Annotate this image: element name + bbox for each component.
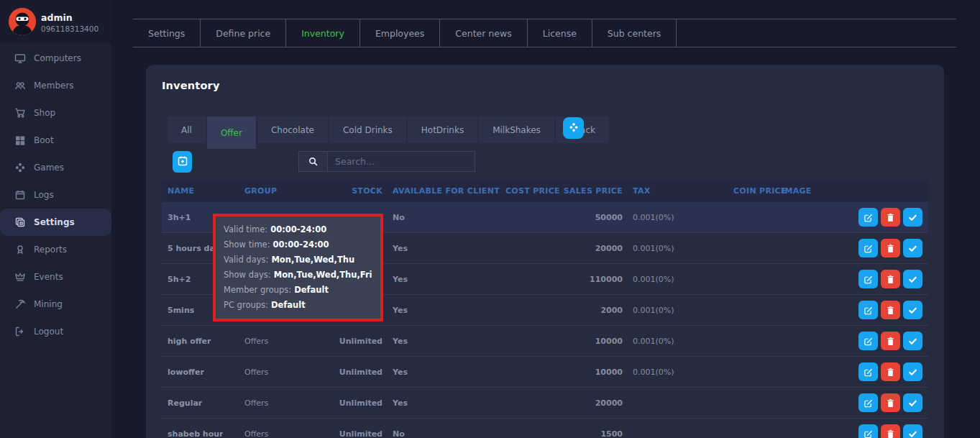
delete-button[interactable]: [881, 393, 900, 412]
cell-available: Yes: [393, 233, 408, 263]
approve-button[interactable]: [903, 301, 922, 319]
sidebar-item-label: Logout: [34, 327, 63, 337]
calendar-plus-icon: [177, 155, 188, 169]
settings-tab-bar: Settings Define price Inventory Employee…: [133, 19, 956, 47]
category-tab-bar: All Offer Chocolate Cold Drinks HotDrink…: [168, 117, 609, 149]
cell-name: 5mins: [168, 295, 194, 325]
cell-group: Offers: [244, 357, 268, 387]
category-tab-cold-drinks[interactable]: Cold Drinks: [329, 117, 406, 143]
approve-button[interactable]: [903, 362, 922, 381]
medal-icon: [14, 244, 26, 255]
sidebar-item-games[interactable]: Games: [0, 154, 111, 181]
approve-button[interactable]: [903, 208, 922, 227]
calendar-icon: [14, 189, 26, 201]
edit-button[interactable]: [858, 424, 878, 438]
cell-stock: Unlimited: [327, 419, 383, 438]
schedule-button[interactable]: [173, 151, 192, 173]
cell-stock: Unlimited: [327, 388, 383, 418]
tab-settings[interactable]: Settings: [133, 19, 201, 47]
sidebar-item-settings[interactable]: Settings: [0, 209, 111, 236]
edit-button[interactable]: [858, 332, 878, 350]
cell-sales-price: 10000: [550, 326, 623, 356]
delete-button[interactable]: [881, 301, 900, 319]
search-input[interactable]: [328, 152, 475, 171]
cell-tax: 0.001(0%): [633, 357, 674, 387]
sidebar-item-shop[interactable]: Shop: [0, 99, 111, 127]
cell-name: high offer: [168, 326, 211, 356]
delete-button[interactable]: [881, 208, 900, 227]
approve-button[interactable]: [903, 270, 922, 288]
edit-button[interactable]: [858, 208, 878, 227]
approve-button[interactable]: [903, 239, 922, 257]
category-tab-all[interactable]: All: [168, 117, 206, 143]
tab-center-news[interactable]: Center news: [440, 19, 527, 47]
category-tab-milkshakes[interactable]: MilkShakes: [479, 117, 554, 143]
delete-button[interactable]: [881, 362, 900, 381]
delete-button[interactable]: [881, 239, 900, 257]
tab-inventory[interactable]: Inventory: [286, 19, 360, 47]
edit-button[interactable]: [858, 239, 878, 257]
cell-group: Offers: [244, 326, 268, 356]
tooltip-show-time: Show time:00:00-24:00: [224, 237, 372, 252]
diamonds-icon: [568, 122, 580, 135]
sidebar-item-reports[interactable]: Reports: [0, 236, 111, 263]
edit-button[interactable]: [858, 270, 878, 288]
table-row[interactable]: lowoffer Offers Unlimited Yes 10000 0.00…: [162, 357, 928, 388]
sidebar-item-logs[interactable]: Logs: [0, 181, 111, 209]
tooltip-valid-days: Valid days:Mon,Tue,Wed,Thu: [224, 252, 372, 268]
sidebar-item-events[interactable]: Events: [0, 263, 111, 291]
col-sales-price: SALES PRICE: [550, 180, 623, 202]
cell-name: Regular: [168, 388, 202, 418]
category-tab-hotdrinks[interactable]: HotDrinks: [408, 117, 477, 143]
tooltip-member-groups: Member groups:Default: [224, 283, 372, 298]
approve-button[interactable]: [903, 393, 922, 412]
cell-name: 5h+2: [168, 264, 191, 294]
cell-available: Yes: [393, 264, 408, 294]
manage-categories-button[interactable]: [563, 117, 584, 139]
sidebar-item-boot[interactable]: Boot: [0, 127, 111, 154]
tooltip-show-days: Show days:Mon,Tue,Wed,Thu,Fri: [224, 268, 372, 283]
sidebar-item-members[interactable]: Members: [0, 72, 111, 99]
tab-license[interactable]: License: [528, 19, 592, 47]
sidebar-item-computers[interactable]: Computers: [0, 45, 111, 72]
table-row[interactable]: Regular Offers Unlimited Yes 20000: [162, 388, 928, 419]
cell-tax: 0.001(0%): [633, 264, 674, 294]
category-tab-chocolate[interactable]: Chocolate: [257, 117, 328, 143]
profile-username: admin: [41, 12, 73, 23]
table-row[interactable]: high offer Offers Unlimited Yes 10000 0.…: [162, 326, 928, 357]
sidebar-item-label: Shop: [34, 108, 55, 118]
delete-button[interactable]: [881, 424, 900, 438]
gamepad-icon: [14, 162, 26, 173]
sidebar-item-logout[interactable]: Logout: [0, 318, 111, 345]
cell-available: Yes: [393, 357, 408, 387]
edit-button[interactable]: [858, 393, 878, 412]
monitor-icon: [14, 53, 26, 64]
col-tax: TAX: [633, 180, 651, 202]
tab-define-price[interactable]: Define price: [201, 19, 286, 47]
sidebar-item-label: Logs: [34, 190, 54, 200]
row-actions: [858, 233, 922, 263]
sidebar-item-mining[interactable]: Mining: [0, 291, 111, 318]
sidebar: admin 096118313400 Computers Members Sho…: [0, 0, 111, 438]
edit-button[interactable]: [858, 301, 878, 319]
cell-stock: Unlimited: [327, 357, 383, 387]
sidebar-item-label: Boot: [34, 135, 54, 145]
col-group: GROUP: [244, 180, 277, 202]
cell-sales-price: 10000: [550, 357, 623, 387]
tab-employees[interactable]: Employees: [360, 19, 440, 47]
table-row[interactable]: shabeb hour Offers Unlimited No 1500: [162, 419, 928, 438]
delete-button[interactable]: [881, 270, 900, 288]
category-tab-offer[interactable]: Offer: [207, 117, 256, 149]
cell-stock: Unlimited: [327, 326, 383, 356]
approve-button[interactable]: [903, 332, 922, 350]
sidebar-item-label: Settings: [34, 217, 75, 227]
delete-button[interactable]: [881, 332, 900, 350]
cell-name: 3h+1: [168, 202, 191, 232]
edit-button[interactable]: [858, 362, 878, 381]
approve-button[interactable]: [903, 424, 922, 438]
cell-sales-price: 20000: [550, 233, 623, 263]
search-icon: [299, 152, 328, 171]
cell-sales-price: 1500: [550, 419, 623, 438]
col-coin-price: COIN PRICE: [733, 180, 787, 202]
tab-sub-centers[interactable]: Sub centers: [592, 19, 677, 47]
